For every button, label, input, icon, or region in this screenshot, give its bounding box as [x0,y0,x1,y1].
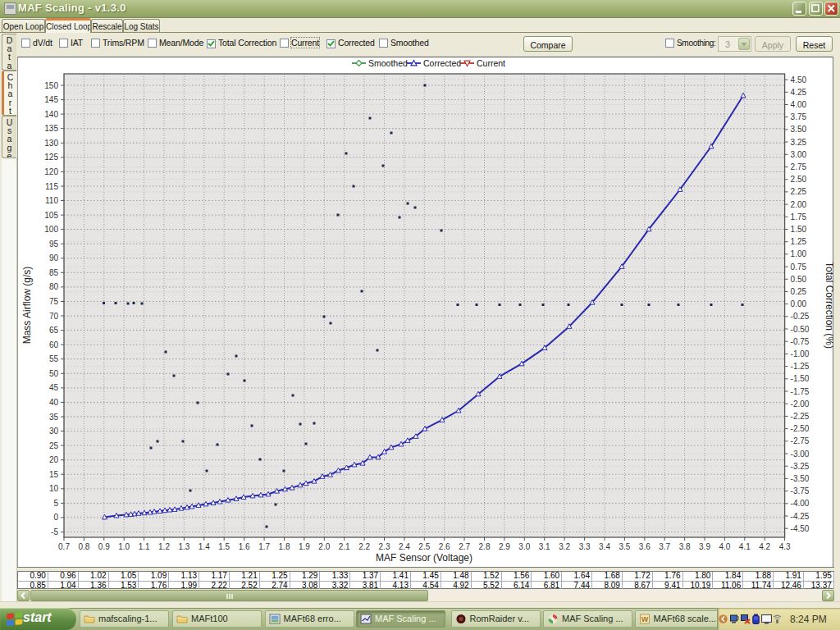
svg-text:3.7: 3.7 [659,542,670,551]
svg-text:1.00: 1.00 [791,249,807,258]
svg-text:2.00: 2.00 [791,200,807,209]
svg-text:1.3: 1.3 [178,542,189,551]
svg-text:-0.75: -0.75 [791,337,810,346]
svg-text:3.0: 3.0 [518,542,530,551]
svg-text:1.0: 1.0 [118,542,130,551]
svg-text:Smoothed: Smoothed [368,58,408,68]
svg-text:10: 10 [49,484,59,493]
svg-text:140: 140 [44,110,58,119]
svg-text:3.25: 3.25 [791,138,807,147]
svg-text:3.00: 3.00 [791,150,807,159]
svg-text:3.3: 3.3 [579,542,591,551]
svg-text:1.50: 1.50 [791,225,807,234]
svg-text:-1.25: -1.25 [791,362,810,371]
svg-text:4.25: 4.25 [791,88,807,97]
svg-text:-3.75: -3.75 [791,486,810,495]
svg-text:2.8: 2.8 [479,542,491,551]
svg-text:1.75: 1.75 [791,212,807,221]
svg-text:2.25: 2.25 [791,187,807,196]
svg-text:0.00: 0.00 [791,299,807,308]
svg-text:1.25: 1.25 [791,237,807,246]
svg-text:70: 70 [49,312,59,321]
svg-text:125: 125 [44,153,58,162]
svg-text:105: 105 [44,211,58,220]
svg-text:65: 65 [49,326,59,335]
svg-text:-3.00: -3.00 [791,450,810,459]
svg-text:3.2: 3.2 [559,542,570,551]
svg-text:-1.75: -1.75 [791,387,810,396]
svg-text:2.3: 2.3 [379,542,390,551]
svg-text:Mass Airflow (g/s): Mass Airflow (g/s) [21,267,33,345]
svg-text:4.0: 4.0 [719,542,730,551]
svg-text:150: 150 [44,81,58,90]
svg-text:-0.50: -0.50 [791,325,810,334]
svg-text:85: 85 [49,268,59,277]
svg-text:120: 120 [44,167,58,176]
svg-text:3.75: 3.75 [791,112,807,121]
svg-text:-0.25: -0.25 [791,312,810,321]
svg-text:2.5: 2.5 [418,542,430,551]
svg-text:15: 15 [49,470,59,479]
svg-text:3.8: 3.8 [679,542,691,551]
svg-text:0.50: 0.50 [791,275,807,284]
svg-text:145: 145 [44,95,58,104]
svg-text:1.9: 1.9 [299,542,310,551]
svg-text:Total Correction (%): Total Correction (%) [824,262,833,349]
svg-text:0.75: 0.75 [791,262,807,272]
svg-text:3.5: 3.5 [619,542,630,551]
svg-text:95: 95 [49,240,59,249]
svg-text:1.6: 1.6 [239,542,250,551]
svg-text:90: 90 [49,253,59,262]
svg-text:4.2: 4.2 [759,542,770,551]
svg-text:2.50: 2.50 [791,175,807,184]
svg-text:2.0: 2.0 [318,542,330,551]
svg-text:20: 20 [49,455,59,464]
svg-text:1.8: 1.8 [279,542,290,551]
svg-text:Current: Current [477,58,505,68]
svg-text:3.4: 3.4 [599,542,610,551]
svg-text:1.5: 1.5 [218,542,230,551]
svg-text:2.9: 2.9 [499,542,510,551]
svg-text:80: 80 [49,282,59,291]
svg-text:110: 110 [45,196,58,205]
svg-text:-2.75: -2.75 [791,436,810,445]
svg-text:130: 130 [44,139,58,148]
svg-text:1.4: 1.4 [199,542,210,551]
svg-text:40: 40 [49,398,59,407]
svg-text:-3.25: -3.25 [791,462,810,471]
svg-text:3.50: 3.50 [791,125,807,134]
svg-text:55: 55 [49,354,59,363]
svg-text:60: 60 [49,340,59,349]
svg-text:MAF Sensor (Voltage): MAF Sensor (Voltage) [376,552,472,564]
svg-text:1.7: 1.7 [258,542,270,551]
svg-text:100: 100 [44,225,58,234]
svg-text:1.2: 1.2 [158,542,170,551]
svg-text:50: 50 [49,369,59,378]
svg-text:-4.25: -4.25 [791,512,810,521]
svg-text:4.1: 4.1 [739,542,751,551]
svg-text:115: 115 [45,182,58,191]
svg-text:-3.50: -3.50 [791,474,810,483]
svg-text:-4.00: -4.00 [791,499,810,508]
svg-text:W: W [641,615,648,623]
svg-text:2.75: 2.75 [791,162,807,171]
svg-text:-2.25: -2.25 [791,412,810,421]
svg-text:35: 35 [49,413,59,422]
svg-text:0.7: 0.7 [58,542,70,551]
svg-text:0.9: 0.9 [98,542,110,551]
svg-text:30: 30 [49,427,59,436]
svg-text:0: 0 [53,513,58,522]
svg-text:-1.50: -1.50 [791,374,810,383]
svg-text:2.6: 2.6 [439,542,450,551]
svg-text:75: 75 [49,297,59,306]
svg-text:0.25: 0.25 [791,287,807,296]
svg-text:3.1: 3.1 [539,542,550,551]
svg-text:-1.00: -1.00 [791,349,810,358]
svg-text:4.50: 4.50 [791,75,807,84]
svg-text:-2.50: -2.50 [791,424,810,433]
svg-text:2.4: 2.4 [399,542,410,551]
svg-text:4.3: 4.3 [779,542,791,551]
svg-text:-5: -5 [51,527,58,536]
svg-text:135: 135 [44,124,58,133]
svg-text:4.00: 4.00 [791,100,807,109]
